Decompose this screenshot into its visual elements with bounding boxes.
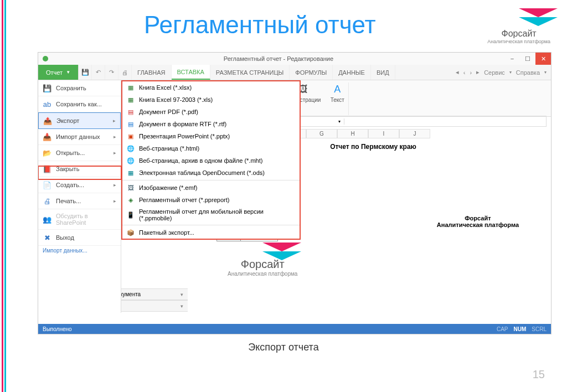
- column-header[interactable]: H: [337, 129, 368, 138]
- format-icon: 🌐: [127, 145, 135, 152]
- file-menu-item[interactable]: ✖Выход: [38, 230, 121, 246]
- format-icon: ▦: [127, 169, 135, 177]
- column-header[interactable]: J: [399, 129, 430, 138]
- export-format-item[interactable]: 📱Регламентный отчет для мобильной версии…: [122, 206, 300, 224]
- menu-item-icon: 📥: [43, 132, 51, 141]
- menu-separator: [122, 180, 300, 180]
- status-text: Выполнено: [43, 326, 72, 332]
- watermark-right: Форсайт Аналитическая платформа: [437, 215, 519, 228]
- ribbon-text[interactable]: AТекст: [329, 84, 345, 103]
- export-format-item[interactable]: ▦Книга Excel 97-2003 (*.xls): [122, 94, 300, 106]
- file-menu-item[interactable]: 📥Импорт данных▸: [38, 129, 121, 145]
- tab-данные[interactable]: ДАННЫЕ: [333, 65, 371, 80]
- export-format-item[interactable]: ▦Электронная таблица OpenDocument (*.ods…: [122, 167, 300, 179]
- service-menu[interactable]: Сервис: [484, 69, 505, 76]
- keyboard-indicator: NUM: [514, 326, 527, 332]
- foresight-logo-icon: [249, 243, 276, 256]
- nav-prev-icon[interactable]: ‹: [463, 69, 466, 76]
- slide-left-stripe: [0, 0, 8, 392]
- slide-number: 15: [533, 368, 545, 381]
- slide-caption: Экспорт отчета: [0, 342, 567, 353]
- export-format-item[interactable]: ▦Книга Excel (*.xlsx): [122, 81, 300, 94]
- format-icon: 📦: [127, 229, 135, 236]
- export-format-item[interactable]: ▣Презентация PowerPoint (*.pptx): [122, 130, 300, 142]
- app-icon: [43, 56, 48, 61]
- print-icon[interactable]: 🖨: [118, 65, 132, 80]
- tab-формулы[interactable]: ФОРМУЛЫ: [290, 65, 333, 80]
- file-menu-item[interactable]: 📤Экспорт▸: [38, 112, 121, 129]
- column-header[interactable]: G: [306, 129, 337, 138]
- nav-last-icon[interactable]: ▸: [476, 69, 480, 76]
- export-format-item[interactable]: ▤Документ в формате RTF (*.rtf): [122, 118, 300, 130]
- menu-item-icon: 🖨: [43, 197, 51, 205]
- watermark-sub: Аналитическая платформа: [228, 271, 297, 277]
- menu-item-icon: 📄: [43, 180, 51, 189]
- menu-separator: [122, 225, 300, 225]
- menu-item-icon: 👥: [43, 215, 51, 224]
- format-icon: 🌐: [127, 157, 135, 164]
- menu-item-icon: ab: [43, 100, 51, 109]
- maximize-button[interactable]: ☐: [520, 53, 535, 65]
- watermark-center: Форсайт Аналитическая платформа: [228, 243, 297, 277]
- slide-title: Регламентный отчет: [144, 11, 376, 39]
- redo-icon[interactable]: ↷: [105, 65, 118, 80]
- format-icon: ▦: [127, 96, 135, 104]
- format-icon: ◈: [127, 196, 135, 204]
- report-menu-button[interactable]: Отчет▼: [38, 65, 79, 80]
- menu-item-icon: 📂: [43, 148, 51, 157]
- file-menu: 💾СохранитьabСохранить как...📤Экспорт▸📥Им…: [38, 80, 121, 313]
- foresight-logo-icon: [499, 8, 538, 26]
- file-menu-item[interactable]: 📄Создать...▸: [38, 177, 121, 193]
- file-menu-item[interactable]: 🖨Печать...▸: [38, 193, 121, 209]
- ribbon-tabs-row: Отчет▼ 💾 ↶ ↷ 🖨 ГЛАВНАЯВСТАВКАРАЗМЕТКА СТ…: [38, 65, 551, 80]
- logo-top-right: Форсайт Аналитическая платформа: [487, 8, 550, 44]
- file-menu-item[interactable]: 👥Обсудить в SharePoint: [38, 209, 121, 230]
- nav-first-icon[interactable]: ◂: [456, 69, 459, 76]
- nav-next-icon[interactable]: ›: [470, 69, 472, 76]
- window-title: Регламентный отчет - Редактирование: [53, 55, 504, 62]
- export-format-item[interactable]: 🌐Веб-страница, архив в одном файле (*.mh…: [122, 154, 300, 167]
- format-icon: ▣: [127, 132, 135, 140]
- file-menu-item[interactable]: 📕Закрыть: [38, 161, 121, 177]
- menu-item-icon: 📤: [43, 116, 52, 125]
- file-menu-item[interactable]: abСохранить как...: [38, 96, 121, 112]
- logo-subtitle: Аналитическая платформа: [487, 39, 550, 44]
- tab-вставка[interactable]: ВСТАВКА: [172, 65, 210, 80]
- format-icon: ▦: [127, 84, 135, 91]
- minimize-button[interactable]: −: [504, 53, 520, 65]
- format-icon: 🖼: [127, 184, 135, 192]
- file-menu-item[interactable]: 📂Открыть...▸: [38, 145, 121, 161]
- export-format-item[interactable]: ▤Документ PDF (*.pdf): [122, 106, 300, 118]
- close-button[interactable]: ✕: [535, 53, 551, 65]
- undo-icon[interactable]: ↶: [92, 65, 105, 80]
- export-submenu: ▦Книга Excel (*.xlsx)▦Книга Excel 97-200…: [121, 80, 301, 240]
- keyboard-indicator: SCRL: [532, 326, 547, 332]
- logo-name: Форсайт: [487, 29, 550, 39]
- menu-item-icon: 📕: [43, 164, 51, 173]
- status-bar: Выполнено CAPNUMSCRL: [38, 324, 551, 334]
- titlebar: Регламентный отчет - Редактирование − ☐ …: [38, 53, 551, 65]
- menu-item-icon: ✖: [43, 233, 51, 242]
- menu-item-icon: 💾: [43, 84, 51, 92]
- tab-главная[interactable]: ГЛАВНАЯ: [132, 65, 171, 80]
- format-icon: 📱: [127, 211, 135, 219]
- tab-вид[interactable]: ВИД: [371, 65, 395, 80]
- export-format-item[interactable]: ◈Регламентный отчет (*.ppreport): [122, 194, 300, 206]
- export-format-item[interactable]: 🌐Веб-страница (*.html): [122, 142, 300, 154]
- file-menu-extra[interactable]: Импорт данных...: [38, 246, 121, 255]
- column-header[interactable]: I: [368, 129, 399, 138]
- text-icon: A: [329, 84, 345, 96]
- export-format-item[interactable]: 📦Пакетный экспорт...: [122, 226, 300, 239]
- file-menu-item[interactable]: 💾Сохранить: [38, 80, 121, 96]
- help-menu[interactable]: Справка: [516, 69, 540, 76]
- tab-разметка страницы[interactable]: РАЗМЕТКА СТРАНИЦЫ: [210, 65, 290, 80]
- save-icon[interactable]: 💾: [79, 65, 92, 80]
- format-icon: ▤: [127, 108, 135, 116]
- format-icon: ▤: [127, 120, 135, 128]
- keyboard-indicator: CAP: [497, 326, 508, 332]
- application-window: Регламентный отчет - Редактирование − ☐ …: [38, 52, 551, 334]
- export-format-item[interactable]: 🖼Изображение (*.emf): [122, 182, 300, 194]
